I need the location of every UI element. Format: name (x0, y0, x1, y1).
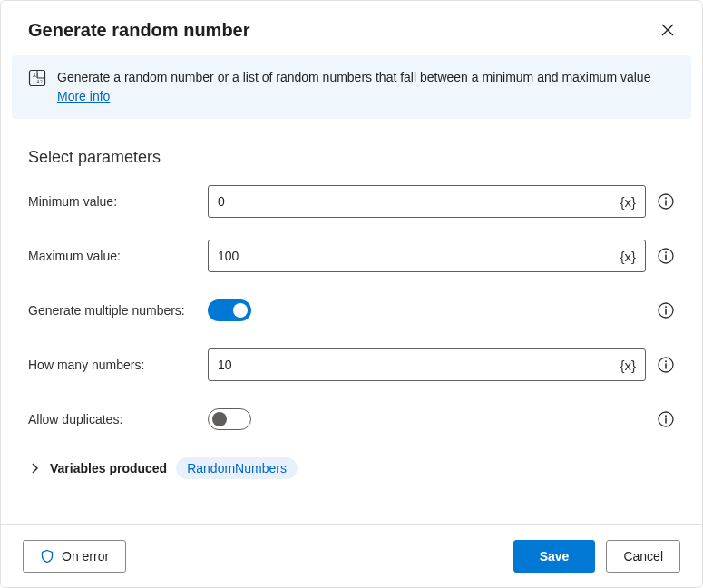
info-button-duplicates[interactable] (657, 410, 675, 428)
insert-variable-button[interactable]: {x} (610, 349, 645, 380)
input-wrap-minimum: {x} (208, 185, 646, 218)
toggle-knob (212, 412, 227, 426)
label-minimum-value: Minimum value: (28, 194, 208, 209)
dialog-content: Select parameters Minimum value: {x} Max… (1, 119, 702, 524)
on-error-label: On error (62, 549, 109, 564)
toggle-knob (233, 303, 248, 318)
svg-point-13 (665, 360, 667, 362)
label-maximum-value: Maximum value: (28, 249, 208, 263)
close-button[interactable] (655, 17, 680, 43)
variable-icon: {x} (620, 194, 636, 210)
row-minimum-value: Minimum value: {x} (28, 185, 675, 218)
variables-expand-toggle[interactable] (28, 463, 41, 474)
input-wrap-count: {x} (208, 348, 646, 381)
info-icon (658, 193, 674, 210)
insert-variable-button[interactable]: {x} (610, 186, 645, 217)
label-generate-multiple: Generate multiple numbers: (28, 303, 208, 318)
label-allow-duplicates: Allow duplicates: (28, 412, 208, 426)
info-icon (658, 357, 674, 373)
info-banner: A1 A2 Generate a random number or a list… (12, 55, 691, 119)
svg-rect-8 (665, 255, 667, 260)
svg-point-10 (665, 306, 667, 308)
info-button-maximum[interactable] (657, 247, 675, 265)
variable-pill-randomnumbers[interactable]: RandomNumbers (176, 457, 298, 479)
svg-text:A1: A1 (33, 73, 39, 78)
row-how-many: How many numbers: {x} (28, 348, 675, 381)
allow-duplicates-toggle[interactable] (208, 408, 251, 430)
shield-icon (40, 549, 54, 564)
generate-multiple-toggle[interactable] (208, 299, 251, 321)
chevron-right-icon (30, 463, 39, 474)
variables-produced-row: Variables produced RandomNumbers (28, 457, 675, 479)
close-icon (661, 24, 674, 36)
label-how-many: How many numbers: (28, 358, 208, 372)
svg-point-4 (665, 197, 667, 199)
dialog-footer: On error Save Cancel (1, 524, 702, 587)
footer-right: Save Cancel (513, 540, 680, 573)
info-button-multiple[interactable] (657, 301, 675, 319)
section-title: Select parameters (28, 148, 675, 167)
banner-text: Generate a random number or a list of ra… (57, 68, 675, 106)
variables-produced-label[interactable]: Variables produced (50, 461, 167, 475)
dialog-header: Generate random number (1, 1, 702, 55)
svg-rect-14 (665, 364, 667, 369)
info-icon (658, 248, 674, 264)
svg-text:A2: A2 (36, 79, 43, 84)
dialog-generate-random-number: Generate random number A1 A2 Generate a … (0, 0, 703, 588)
variable-icon: {x} (620, 358, 636, 373)
svg-rect-17 (665, 418, 667, 424)
info-icon (658, 302, 674, 318)
dialog-title: Generate random number (28, 20, 250, 41)
input-wrap-maximum: {x} (208, 240, 646, 272)
svg-rect-5 (665, 201, 667, 206)
info-icon (658, 411, 674, 427)
more-info-link[interactable]: More info (57, 89, 110, 103)
on-error-button[interactable]: On error (23, 540, 126, 573)
how-many-input[interactable] (209, 349, 610, 380)
save-button[interactable]: Save (513, 540, 596, 573)
insert-variable-button[interactable]: {x} (610, 240, 645, 271)
banner-description: Generate a random number or a list of ra… (57, 70, 650, 84)
row-generate-multiple: Generate multiple numbers: (28, 294, 675, 327)
info-button-count[interactable] (657, 356, 675, 374)
svg-rect-11 (665, 309, 667, 315)
variable-icon: {x} (620, 249, 636, 264)
row-maximum-value: Maximum value: {x} (28, 240, 675, 272)
maximum-value-input[interactable] (209, 240, 610, 271)
cancel-button[interactable]: Cancel (606, 540, 680, 573)
svg-point-7 (665, 251, 667, 253)
row-allow-duplicates: Allow duplicates: (28, 403, 675, 436)
svg-point-16 (665, 415, 667, 416)
action-icon: A1 A2 (28, 69, 46, 87)
minimum-value-input[interactable] (209, 186, 610, 217)
info-button-minimum[interactable] (657, 192, 675, 211)
